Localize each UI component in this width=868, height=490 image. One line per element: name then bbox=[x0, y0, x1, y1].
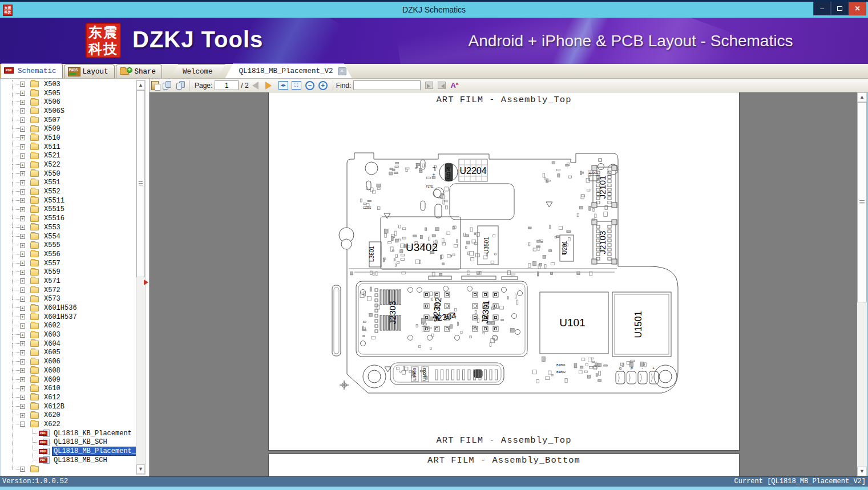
tree-file[interactable]: PDFQL1818_KB_SCH bbox=[1, 438, 136, 447]
tree-file-selected[interactable]: PDFQL1818_MB_Placement_V2 bbox=[1, 447, 136, 456]
next-page-icon[interactable] bbox=[265, 82, 272, 90]
tree-expand-icon[interactable]: + bbox=[20, 297, 25, 302]
tree-folder[interactable]: +X573 bbox=[1, 295, 136, 304]
maximize-button[interactable] bbox=[831, 2, 849, 15]
zoom-in-icon[interactable]: + bbox=[318, 81, 328, 90]
tree-folder[interactable]: +X620 bbox=[1, 411, 136, 420]
tree-expand-icon[interactable]: + bbox=[20, 287, 25, 293]
viewer-scrollbar[interactable]: ▲ ▼ bbox=[857, 92, 867, 476]
tree-folder[interactable]: +X559 bbox=[1, 268, 136, 277]
tab-document-active[interactable]: QL1818_MB_Placement_V2 ✕ bbox=[225, 63, 352, 78]
tree-folder[interactable]: +X571 bbox=[1, 277, 136, 286]
tree-folder[interactable]: +X601H537 bbox=[1, 313, 136, 322]
tree-expand-icon[interactable]: + bbox=[20, 163, 25, 168]
tree-expand-icon[interactable]: + bbox=[20, 216, 25, 221]
tree-folder[interactable]: +X601H536 bbox=[1, 303, 136, 313]
tree-folder[interactable]: +X503 bbox=[1, 80, 136, 89]
tree-folder[interactable]: +X608 bbox=[1, 366, 136, 375]
tree-folder[interactable]: +X554 bbox=[1, 232, 136, 241]
close-button[interactable]: ✕ bbox=[849, 2, 866, 15]
tree-expand-icon[interactable]: + bbox=[20, 171, 25, 176]
tree-folder[interactable]: +X506S bbox=[1, 107, 136, 116]
zoom-out-icon[interactable]: − bbox=[305, 81, 314, 90]
fit-width-icon[interactable]: ◂▸ bbox=[278, 81, 288, 90]
tree-folder[interactable]: +X602 bbox=[1, 322, 136, 331]
viewer-scroll-down-icon[interactable]: ▼ bbox=[857, 467, 867, 476]
tree-folder[interactable]: +X522 bbox=[1, 160, 136, 169]
tree-expand-icon[interactable]: + bbox=[20, 135, 25, 140]
tab-schematic[interactable]: PDF Schematic bbox=[0, 63, 63, 78]
tree-folder[interactable]: +X557 bbox=[1, 259, 136, 268]
tree-expand-icon[interactable]: + bbox=[20, 395, 25, 400]
tree-folder[interactable]: +X609 bbox=[1, 375, 136, 384]
tree-folder[interactable]: +X612B bbox=[1, 402, 136, 411]
tree-expand-icon[interactable]: + bbox=[20, 243, 25, 248]
tree-folder[interactable]: +X511 bbox=[1, 143, 136, 152]
tree-expand-icon[interactable]: + bbox=[20, 127, 25, 132]
tab-layout[interactable]: PADS Layout bbox=[64, 64, 115, 78]
tree-expand-icon[interactable]: + bbox=[20, 270, 25, 275]
tree-expand-icon[interactable]: + bbox=[20, 359, 25, 365]
tree-folder[interactable]: +X604 bbox=[1, 339, 136, 349]
tree-folder[interactable]: +X505 bbox=[1, 89, 136, 98]
tree-expand-icon[interactable]: + bbox=[20, 91, 25, 96]
find-input[interactable] bbox=[353, 80, 421, 90]
tree-expand-icon[interactable]: + bbox=[20, 198, 25, 203]
tree-folder[interactable]: +X550 bbox=[1, 169, 136, 179]
tree-expand-icon[interactable]: + bbox=[20, 234, 25, 239]
tree-expand-icon[interactable]: + bbox=[20, 413, 25, 418]
prev-page-icon[interactable] bbox=[252, 82, 259, 90]
tree-expand-icon[interactable]: + bbox=[20, 386, 25, 391]
tree-folder[interactable]: +X507 bbox=[1, 116, 136, 125]
tree-scrollbar[interactable]: ▲ ▼ bbox=[136, 80, 146, 475]
tree-folder[interactable]: +X610 bbox=[1, 384, 136, 393]
tree-expand-icon[interactable]: + bbox=[20, 207, 25, 212]
tree-expand-icon[interactable]: + bbox=[20, 323, 25, 329]
tree-folder[interactable]: +X5511 bbox=[1, 196, 136, 205]
tree-folder[interactable]: +X555 bbox=[1, 241, 136, 250]
tree-file[interactable]: PDFQL1818_MB_SCH bbox=[1, 456, 136, 465]
tree-folder[interactable]: +X612 bbox=[1, 393, 136, 402]
tree-scroll-up-icon[interactable]: ▲ bbox=[136, 80, 145, 90]
tree-folder[interactable]: +X552 bbox=[1, 187, 136, 196]
tree-folder[interactable]: +X5515 bbox=[1, 205, 136, 214]
tree-expand-icon[interactable]: + bbox=[20, 467, 25, 472]
rotate-right-icon[interactable] bbox=[176, 80, 186, 91]
tab-welcome[interactable]: Welcome bbox=[170, 64, 225, 78]
tree-scroll-down-icon[interactable]: ▼ bbox=[136, 464, 145, 474]
find-prev-icon[interactable] bbox=[425, 82, 433, 89]
font-size-icon[interactable]: Aa bbox=[450, 81, 458, 90]
viewer-scroll-thumb[interactable] bbox=[857, 102, 867, 302]
find-next-icon[interactable] bbox=[438, 82, 446, 89]
tree-expand-icon[interactable]: + bbox=[20, 350, 25, 355]
tree-expand-icon[interactable]: + bbox=[20, 153, 25, 159]
tab-close-icon[interactable]: ✕ bbox=[338, 67, 346, 75]
fit-page-icon[interactable]: ⛶ bbox=[292, 81, 301, 90]
tree-expand-icon[interactable]: + bbox=[20, 189, 25, 195]
tree-folder[interactable]: +X553 bbox=[1, 223, 136, 232]
tree-folder[interactable]: +X606 bbox=[1, 357, 136, 366]
tree-expand-icon[interactable]: + bbox=[20, 108, 25, 114]
tree-folder[interactable]: −X622 bbox=[1, 420, 136, 429]
tree-scroll-thumb[interactable] bbox=[136, 90, 145, 277]
tree-expand-icon[interactable]: + bbox=[20, 377, 25, 382]
notes-icon[interactable] bbox=[151, 81, 159, 90]
tree-folder[interactable]: +X521 bbox=[1, 152, 136, 161]
tree-expand-icon[interactable]: + bbox=[20, 314, 25, 319]
tree-folder[interactable]: +X509 bbox=[1, 124, 136, 133]
tree-expand-icon[interactable]: + bbox=[20, 252, 25, 257]
viewer-scroll-up-icon[interactable]: ▲ bbox=[857, 92, 867, 102]
tree-expand-icon[interactable]: + bbox=[20, 144, 25, 149]
tree-expand-icon[interactable]: + bbox=[20, 404, 25, 409]
panel-collapse-arrow-icon[interactable] bbox=[144, 280, 148, 285]
tree-expand-icon[interactable]: + bbox=[20, 278, 25, 284]
tree-expand-icon[interactable]: + bbox=[20, 341, 25, 346]
tree-file[interactable]: PDFQL1818_KB_Placement bbox=[1, 429, 136, 438]
tree-folder[interactable]: +X506 bbox=[1, 98, 136, 107]
tree-expand-icon[interactable]: + bbox=[20, 180, 25, 185]
tree-expand-icon[interactable]: + bbox=[20, 100, 25, 105]
rotate-left-icon[interactable] bbox=[162, 80, 172, 91]
tree-expand-icon[interactable]: + bbox=[20, 333, 25, 338]
tree-folder[interactable]: + bbox=[1, 465, 136, 474]
tree-expand-icon[interactable]: + bbox=[20, 225, 25, 230]
